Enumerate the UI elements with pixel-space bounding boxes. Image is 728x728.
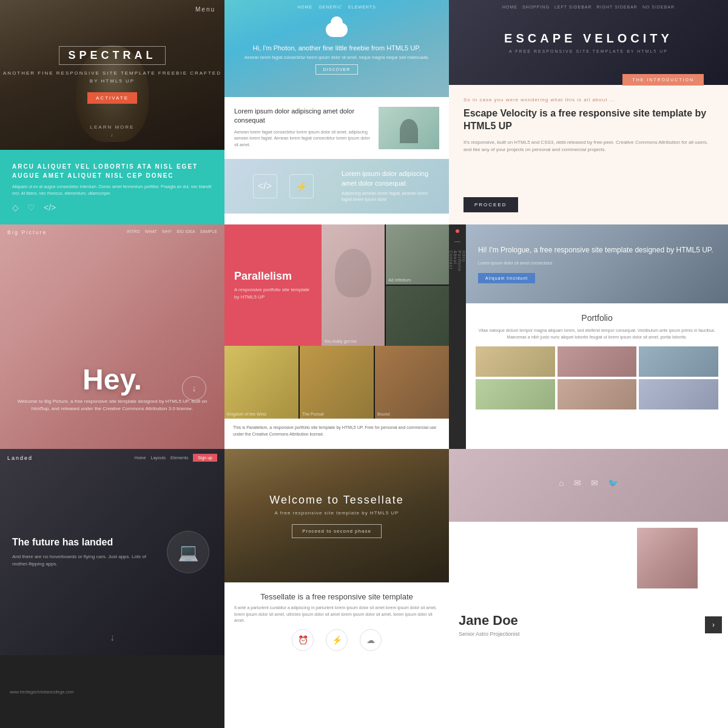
spectral-icon-row: ◇ ♡ </> bbox=[12, 203, 212, 212]
spectral-activate-button[interactable]: ACTIVATE bbox=[87, 92, 137, 104]
bigpicture-nav-idea[interactable]: BIG IDEA bbox=[177, 229, 195, 235]
prologue-thumb-2[interactable] bbox=[558, 346, 637, 377]
miniport-envelope-icon[interactable]: ✉ bbox=[574, 478, 581, 488]
landed-nav-home[interactable]: Home bbox=[135, 456, 146, 460]
escape-proceed-button[interactable]: PROCEED bbox=[463, 197, 518, 212]
parallelism-bottom-img-1[interactable]: Kingdom of the Wind bbox=[224, 346, 298, 419]
bigpicture-nav-intro[interactable]: INTRO bbox=[127, 229, 140, 235]
prologue-thumb-5[interactable] bbox=[558, 379, 637, 410]
prologue-thumb-6[interactable] bbox=[639, 379, 718, 410]
prologue-nav-contact[interactable]: Contact bbox=[449, 251, 453, 275]
bigpicture-nav-what[interactable]: WHAT bbox=[145, 229, 157, 235]
escape-hero: HOME SHOPPING LEFT SIDEBAR RIGHT SIDEBAR… bbox=[449, 0, 728, 85]
parallelism-title: Parallelism bbox=[234, 270, 312, 283]
photon-cell: HOME GENERIC ELEMENTS Hi, I'm Photon, an… bbox=[224, 0, 449, 224]
tessellate-lightning-icon: ⚡ bbox=[326, 629, 348, 651]
miniport-next-button[interactable] bbox=[705, 616, 722, 633]
landed-laptop-circle: 💻 bbox=[167, 531, 209, 573]
prologue-thumb-1[interactable] bbox=[476, 346, 555, 377]
tessellate-content-body: It ante a parturient curabitur a adipisc… bbox=[234, 605, 439, 624]
photon-nav-generic1[interactable]: GENERIC bbox=[318, 5, 342, 9]
photon-nav-elements[interactable]: ELEMENTS bbox=[348, 5, 376, 9]
prologue-portfolio-section: Portfolio Vitae natoque dictum tempor ma… bbox=[466, 303, 728, 449]
spectral-section-body: Aliquam ut ex at augue consectetur inter… bbox=[12, 184, 212, 197]
photon-text-1: Lorem ipsum dolor adipiscing amet dolor … bbox=[234, 107, 371, 149]
prologue-hero-sub: Lorem ipsum dolor sit amet consectetur bbox=[478, 260, 553, 267]
spectral-section-heading: ARCU ALIQUET VEL LOBORTIS ATA NISL EGET … bbox=[12, 162, 212, 180]
tessellate-clock-icon: ⏰ bbox=[292, 629, 314, 651]
prologue-nav-intro[interactable]: Intro bbox=[462, 251, 466, 272]
parallelism-img-1[interactable]: You really got me bbox=[322, 224, 385, 346]
spectral-heart-icon: ♡ bbox=[27, 203, 35, 212]
escape-tab[interactable]: THE INTRODUCTION bbox=[622, 74, 704, 86]
parallelism-img2-label: Ad Infinitum bbox=[388, 278, 411, 282]
spectral-learn-more[interactable]: LEARN MORE bbox=[90, 124, 135, 138]
photon-text-2: Lorem ipsum dolor adipiscing amet dolor … bbox=[342, 169, 439, 203]
landed-nav-right: Home Layouts Elements Sign up bbox=[135, 454, 217, 462]
landed-arrow-down[interactable] bbox=[110, 632, 115, 643]
parallelism-img-2[interactable]: Ad Infinitum bbox=[386, 224, 449, 285]
parallelism-bottom-img-3[interactable]: Bound bbox=[375, 346, 449, 419]
landed-bottom: www.heritagechristiancollege.com bbox=[0, 655, 224, 728]
miniport-role: Senior Astro Projectionist bbox=[459, 631, 520, 637]
photon-content-heading: Lorem ipsum dolor adipiscing amet dolor … bbox=[234, 107, 371, 126]
miniport-arrow-right bbox=[712, 621, 715, 629]
parallelism-img3-label: Kingdom of the Wind bbox=[227, 412, 266, 416]
miniport-email-icon[interactable]: ✉ bbox=[591, 478, 598, 488]
spectral-menu[interactable]: Menu bbox=[195, 6, 215, 13]
prologue-nav-about[interactable]: About bbox=[453, 251, 457, 272]
escape-nav-home[interactable]: HOME bbox=[502, 5, 517, 9]
escape-nav-shopping[interactable]: SHOPPING bbox=[522, 5, 550, 9]
landed-nav: Landed Home Layouts Elements Sign up bbox=[0, 454, 224, 462]
spectral-overlay: Menu SPECTRAL ANOTHER FINE RESPONSIVE SI… bbox=[0, 0, 224, 150]
spectral-bottom-section: ARCU ALIQUET VEL LOBORTIS ATA NISL EGET … bbox=[0, 150, 224, 224]
escape-cell: HOME SHOPPING LEFT SIDEBAR RIGHT SIDEBAR… bbox=[449, 0, 728, 224]
bigpicture-down-arrow bbox=[192, 383, 197, 393]
bigpicture-nav-why[interactable]: WHY bbox=[162, 229, 172, 235]
landed-signup-button[interactable]: Sign up bbox=[193, 454, 217, 462]
escape-nav-no[interactable]: NO SIDEBAR bbox=[642, 5, 675, 9]
prologue-cta-button[interactable]: Aliquam tincidunt bbox=[478, 273, 535, 283]
bigpicture-cell: Big Picture INTRO WHAT WHY BIG IDEA SAMP… bbox=[0, 224, 224, 449]
landed-body: And there are no hoverboards or flying c… bbox=[12, 553, 152, 568]
bigpicture-nav-sample[interactable]: SAMPLE bbox=[200, 229, 217, 235]
bigpicture-scroll-circle[interactable] bbox=[182, 376, 206, 400]
parallelism-top: Parallelism A responsive portfolio site … bbox=[224, 224, 449, 346]
landed-headline: The future has landed bbox=[12, 536, 152, 549]
tessellate-cell: Welcome to Tessellate A free responsive … bbox=[224, 449, 449, 728]
prologue-thumb-4[interactable] bbox=[476, 379, 555, 410]
parallelism-subtitle: A responsive portfolio site template by … bbox=[234, 286, 312, 301]
miniport-photo bbox=[637, 528, 698, 588]
escape-title: ESCAPE VELOCITY bbox=[504, 32, 673, 46]
miniport-name: Jane Doe bbox=[459, 613, 520, 629]
landed-nav-elements[interactable]: Elements bbox=[170, 456, 188, 460]
landed-nav-layouts[interactable]: Layouts bbox=[151, 456, 166, 460]
prologue-nav-portfolio[interactable]: Portfolio bbox=[457, 251, 462, 272]
miniport-social-icons: ⌂ ✉ ✉ 🐦 bbox=[559, 478, 618, 488]
prologue-thumb-3[interactable] bbox=[639, 346, 718, 377]
escape-nav-right[interactable]: RIGHT SIDEBAR bbox=[597, 5, 638, 9]
tessellate-content-title: Tessellate is a free responsive site tem… bbox=[234, 592, 439, 601]
parallelism-img4-label: The Pursuit bbox=[302, 412, 324, 416]
tessellate-proceed-button[interactable]: Proceed to second phase bbox=[292, 524, 382, 538]
escape-nav-left[interactable]: LEFT SIDEBAR bbox=[554, 5, 592, 9]
parallelism-footer: This is Parallelism, a responsive portfo… bbox=[224, 419, 449, 449]
miniport-text: Jane Doe Senior Astro Projectionist bbox=[459, 613, 520, 637]
landed-text: The future has landed And there are no h… bbox=[12, 536, 152, 568]
photon-content-body: Aenean lorem fagiat consectetur lorem ip… bbox=[234, 129, 371, 149]
bigpicture-logo[interactable]: Big Picture bbox=[7, 229, 47, 235]
parallelism-img-3[interactable] bbox=[386, 286, 449, 346]
photon-nav-home[interactable]: HOME bbox=[297, 5, 312, 9]
spectral-subtitle: ANOTHER FINE RESPONSIVE SITE TEMPLATE FR… bbox=[0, 70, 224, 86]
parallelism-bottom-images: Kingdom of the Wind The Pursuit Bound bbox=[224, 346, 449, 419]
photon-discover-button[interactable]: DISCOVER bbox=[315, 64, 359, 75]
landed-laptop-icon: 💻 bbox=[178, 542, 199, 562]
miniport-twitter-icon[interactable]: 🐦 bbox=[608, 478, 618, 488]
photon-lightning-icon: ⚡ bbox=[289, 174, 314, 198]
prologue-sidebar: Intro Portfolio About Contact bbox=[449, 224, 466, 449]
spectral-hero: Menu SPECTRAL ANOTHER FINE RESPONSIVE SI… bbox=[0, 0, 224, 150]
miniport-home-icon[interactable]: ⌂ bbox=[559, 478, 564, 488]
landed-logo[interactable]: Landed bbox=[7, 455, 33, 461]
tessellate-cloud-icon: ☁ bbox=[360, 629, 382, 651]
parallelism-bottom-img-2[interactable]: The Pursuit bbox=[300, 346, 374, 419]
